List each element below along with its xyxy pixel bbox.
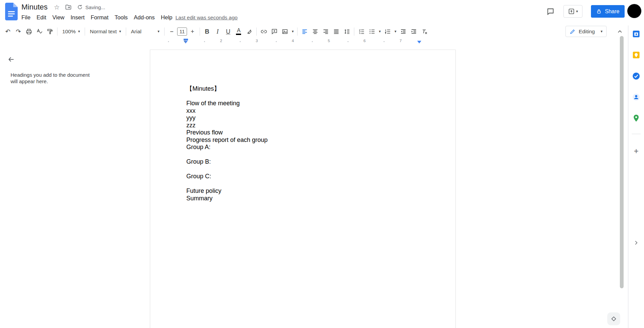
menu-item[interactable]: Format (88, 13, 112, 22)
right-indent-marker[interactable] (417, 41, 421, 43)
toolbar-divider (57, 28, 57, 36)
ruler-tick (312, 41, 313, 42)
document-line[interactable]: Group A: (186, 144, 419, 151)
document-line[interactable]: Progress report of each group (186, 136, 419, 144)
sync-icon (77, 4, 83, 10)
bold-button[interactable]: B (202, 26, 212, 37)
add-comment-button[interactable] (269, 26, 279, 37)
star-icon[interactable]: ☆ (51, 2, 63, 12)
document-line[interactable]: Flow of the meeting (186, 100, 419, 107)
align-left-button[interactable] (300, 26, 310, 37)
docs-logo-icon[interactable] (5, 3, 18, 20)
justify-button[interactable] (331, 26, 341, 37)
undo-button[interactable]: ↶ (3, 26, 13, 37)
increase-indent-icon (410, 28, 417, 35)
present-button[interactable]: ▾ (563, 5, 582, 18)
comments-button[interactable] (544, 5, 557, 18)
numbered-list-icon (384, 28, 391, 35)
line-spacing-button[interactable] (342, 26, 352, 37)
last-edit-link[interactable]: Last edit was seconds ago (175, 15, 238, 21)
paint-format-button[interactable] (45, 26, 55, 37)
document-text[interactable]: 【Minutes】Flow of the meetingxxxyyyzzzPre… (150, 50, 455, 202)
document-line[interactable] (186, 166, 419, 173)
move-folder-icon[interactable] (63, 2, 74, 12)
font-size-input[interactable] (177, 28, 187, 36)
document-line[interactable] (186, 151, 419, 159)
print-icon (26, 28, 32, 35)
document-line[interactable] (186, 180, 419, 188)
document-line[interactable]: Group B: (186, 158, 419, 166)
spellcheck-button[interactable] (34, 26, 45, 37)
menu-item[interactable]: Add-ons (131, 13, 158, 22)
maps-icon[interactable] (631, 113, 642, 124)
insert-link-button[interactable] (259, 26, 269, 37)
align-right-button[interactable] (321, 26, 331, 37)
menu-item[interactable]: File (18, 13, 34, 22)
font-family-select[interactable]: Arial ▾ (128, 26, 162, 37)
numbered-list-caret[interactable]: ▾ (393, 26, 398, 37)
italic-button[interactable]: I (213, 26, 223, 37)
zoom-select[interactable]: 100% ▾ (60, 26, 83, 37)
chevron-right-icon (633, 239, 640, 246)
share-button[interactable]: Share (591, 5, 625, 18)
document-line[interactable]: 【Minutes】 (186, 85, 419, 93)
menu-item[interactable]: Tools (112, 13, 131, 22)
ruler[interactable]: 1234567 (150, 38, 456, 44)
keep-icon[interactable] (631, 50, 642, 60)
numbered-list-button[interactable] (383, 26, 393, 37)
text-color-bar (236, 34, 241, 35)
hide-outline-button[interactable] (4, 52, 18, 67)
document-page[interactable]: 【Minutes】Flow of the meetingxxxyyyzzzPre… (150, 50, 456, 328)
document-line[interactable]: Group C: (186, 173, 419, 180)
menu-item[interactable]: View (49, 13, 67, 22)
document-line[interactable]: xxx (186, 107, 419, 115)
document-line[interactable]: zzz (186, 122, 419, 129)
menu-item[interactable]: Edit (34, 13, 49, 22)
contacts-icon[interactable] (631, 92, 642, 103)
bulleted-list-button[interactable] (367, 26, 377, 37)
editing-mode-select[interactable]: Editing ▾ (565, 26, 607, 37)
print-button[interactable] (24, 26, 34, 37)
document-line[interactable] (186, 93, 419, 100)
document-line[interactable]: Future policy (186, 187, 419, 195)
collapse-toolbar-button[interactable] (615, 26, 625, 37)
paragraph-style-select[interactable]: Normal text ▾ (87, 26, 124, 37)
document-line[interactable]: Previous flow (186, 129, 419, 136)
plus-icon: + (191, 29, 194, 35)
align-right-icon (322, 28, 329, 35)
menu-item[interactable]: Insert (68, 13, 88, 22)
document-line[interactable]: Summary (186, 195, 419, 202)
clear-formatting-button[interactable] (419, 26, 429, 37)
calendar-icon[interactable] (631, 29, 642, 39)
checklist-button[interactable] (356, 26, 367, 37)
ruler-number: 6 (363, 39, 366, 43)
document-line[interactable]: yyy (186, 114, 419, 122)
document-title[interactable]: Minutes (21, 3, 48, 12)
redo-button[interactable]: ↷ (13, 26, 23, 37)
vertical-scrollbar[interactable] (620, 36, 624, 288)
highlight-color-button[interactable] (244, 26, 254, 37)
explore-button[interactable] (607, 312, 620, 325)
zoom-caret: ▾ (78, 30, 80, 33)
justify-icon (333, 28, 340, 35)
add-addon-button[interactable]: + (631, 146, 642, 157)
increase-font-size-button[interactable]: + (187, 26, 198, 37)
decrease-indent-button[interactable] (398, 26, 408, 37)
toolbar-divider (200, 28, 200, 36)
tasks-icon[interactable] (631, 71, 642, 81)
increase-indent-button[interactable] (409, 26, 419, 37)
avatar[interactable] (627, 4, 641, 18)
align-center-button[interactable] (310, 26, 320, 37)
spellcheck-icon (36, 28, 43, 35)
insert-image-caret[interactable]: ▾ (290, 26, 295, 37)
expand-side-panel-button[interactable] (631, 238, 641, 248)
decrease-font-size-button[interactable]: − (167, 26, 177, 37)
bulleted-list-caret[interactable]: ▾ (377, 26, 382, 37)
insert-image-button[interactable] (280, 26, 290, 37)
text-color-button[interactable]: A (234, 26, 244, 37)
underline-button[interactable]: U (223, 26, 233, 37)
menu-item[interactable]: Help (158, 13, 175, 22)
ruler-number: 2 (220, 39, 222, 43)
comment-bubble-icon (546, 7, 555, 16)
highlighter-icon (246, 28, 253, 35)
